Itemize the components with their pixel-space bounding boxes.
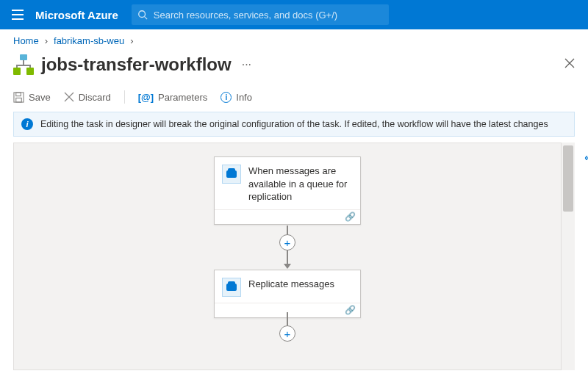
brand-label: Microsoft Azure — [35, 9, 118, 21]
collapse-panel-button[interactable]: « — [584, 151, 588, 163]
connector-line — [287, 251, 288, 265]
logic-app-icon — [13, 54, 34, 75]
svg-rect-2 — [12, 18, 24, 20]
svg-rect-1 — [12, 14, 24, 15]
hamburger-menu-button[interactable] — [0, 0, 35, 29]
info-banner-icon: i — [21, 118, 33, 130]
trigger-node-title: When messages are available in a queue f… — [248, 165, 353, 203]
action-node[interactable]: Replicate messages 🔗 — [214, 270, 361, 318]
trigger-node-footer: 🔗 — [215, 209, 360, 224]
info-button[interactable]: i Info — [220, 92, 252, 103]
info-banner-text: Editing the task in designer will break … — [40, 119, 548, 129]
search-icon — [137, 10, 148, 20]
link-icon: 🔗 — [345, 305, 356, 315]
action-node-header: Replicate messages — [215, 270, 360, 303]
svg-point-3 — [139, 11, 146, 18]
save-label: Save — [29, 92, 51, 103]
canvas-scrollbar[interactable] — [562, 143, 575, 370]
page-title: jobs-transfer-workflow — [41, 54, 232, 75]
toolbar-divider — [124, 90, 125, 104]
chevron-right-icon: › — [130, 35, 133, 46]
discard-icon — [64, 92, 74, 102]
close-icon — [564, 58, 575, 68]
add-step-button[interactable]: + — [279, 325, 295, 342]
chevron-right-icon: › — [45, 35, 48, 46]
breadcrumb: Home › fabrikam-sb-weu › — [0, 29, 588, 51]
search-placeholder: Search resources, services, and docs (G+… — [154, 10, 337, 21]
svg-line-4 — [144, 17, 147, 20]
action-node-title: Replicate messages — [248, 278, 334, 297]
parameters-label: Parameters — [158, 92, 207, 103]
arrow-down-icon — [284, 264, 291, 269]
discard-button[interactable]: Discard — [64, 92, 111, 103]
breadcrumb-home-link[interactable]: Home — [13, 35, 39, 46]
hamburger-icon — [12, 10, 24, 20]
save-button[interactable]: Save — [13, 92, 51, 103]
trigger-node-header: When messages are available in a queue f… — [215, 157, 360, 209]
azure-topbar: Microsoft Azure Search resources, servic… — [0, 0, 588, 29]
page-header: jobs-transfer-workflow ··· — [0, 51, 588, 82]
more-actions-button[interactable]: ··· — [242, 58, 251, 71]
parameters-icon: [@] — [138, 92, 154, 103]
discard-label: Discard — [79, 92, 111, 103]
designer-canvas[interactable]: When messages are available in a queue f… — [13, 143, 562, 370]
global-search-input[interactable]: Search resources, services, and docs (G+… — [132, 4, 389, 25]
info-label: Info — [236, 92, 252, 103]
designer-canvas-wrap: When messages are available in a queue f… — [13, 143, 575, 370]
svg-rect-8 — [16, 92, 21, 96]
service-bus-icon — [222, 165, 241, 184]
close-button[interactable] — [564, 58, 575, 71]
save-icon — [13, 92, 24, 103]
info-banner: i Editing the task in designer will brea… — [13, 112, 575, 137]
breadcrumb-resource-link[interactable]: fabrikam-sb-weu — [54, 35, 124, 46]
info-icon: i — [220, 92, 232, 103]
scrollbar-thumb[interactable] — [563, 145, 573, 212]
service-bus-icon — [222, 278, 241, 297]
connector-line — [287, 312, 288, 325]
svg-rect-9 — [16, 98, 22, 102]
trigger-node[interactable]: When messages are available in a queue f… — [214, 156, 361, 225]
plus-icon: + — [284, 237, 291, 249]
svg-rect-7 — [14, 92, 24, 101]
svg-rect-0 — [12, 10, 24, 11]
add-step-button[interactable]: + — [279, 234, 295, 251]
designer-toolbar: Save Discard [@] Parameters i Info — [0, 82, 588, 112]
link-icon: 🔗 — [345, 212, 356, 222]
plus-icon: + — [284, 328, 291, 340]
parameters-button[interactable]: [@] Parameters — [138, 92, 208, 103]
